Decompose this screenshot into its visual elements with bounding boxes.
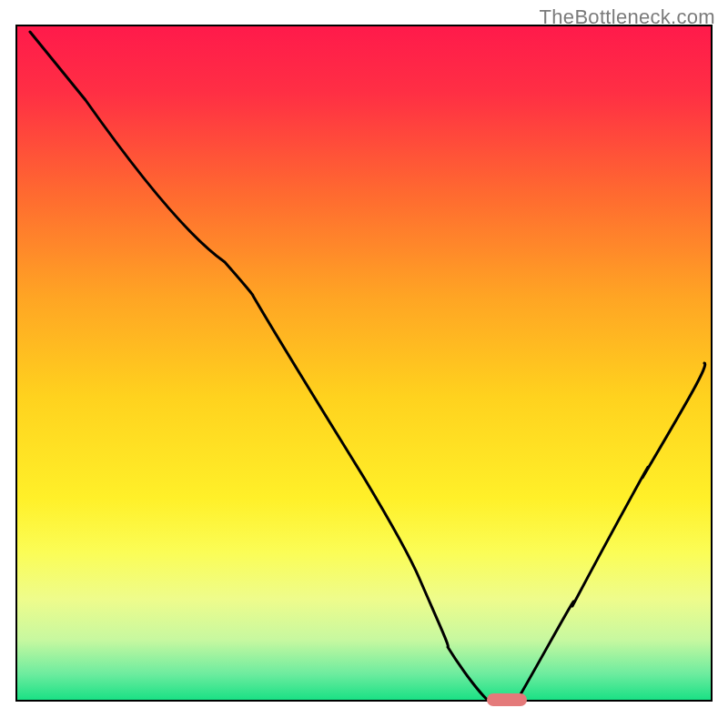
plot-background — [16, 25, 712, 701]
watermark-label: TheBottleneck.com — [540, 5, 715, 29]
chart-container: TheBottleneck.com — [0, 0, 728, 728]
bottleneck-chart — [0, 0, 728, 728]
optimal-marker — [487, 693, 527, 706]
